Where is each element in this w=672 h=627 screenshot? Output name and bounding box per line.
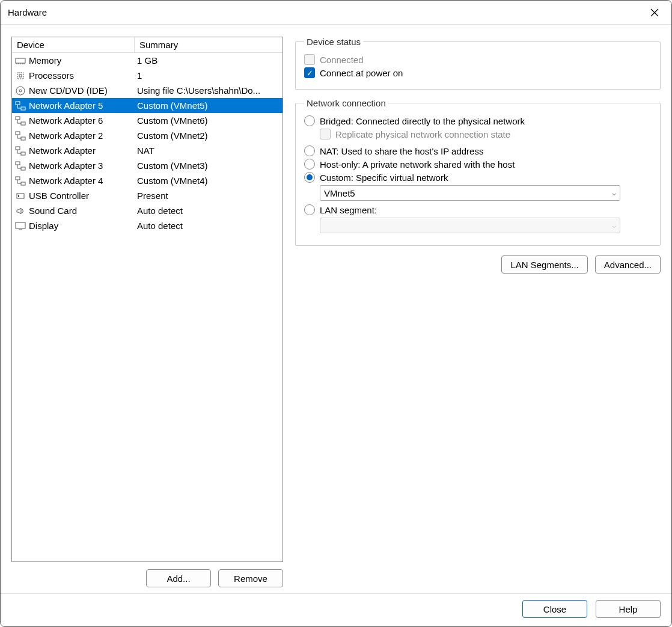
- table-row[interactable]: New CD/DVD (IDE)Using file C:\Users\shah…: [12, 83, 283, 98]
- device-summary: Using file C:\Users\shahn\Do...: [135, 85, 283, 96]
- device-name: Memory: [29, 55, 61, 66]
- device-summary: Present: [135, 191, 283, 201]
- sound-icon: [14, 205, 26, 217]
- device-name: Network Adapter: [29, 145, 96, 156]
- device-summary: NAT: [135, 145, 283, 156]
- advanced-button[interactable]: Advanced...: [595, 255, 661, 274]
- device-summary: 1: [135, 70, 283, 81]
- left-buttons: Add... Remove: [11, 569, 283, 587]
- svg-rect-12: [16, 102, 20, 105]
- replicate-checkbox: [320, 129, 331, 139]
- hostonly-radio-row[interactable]: Host-only: A private network shared with…: [304, 159, 652, 170]
- device-table: Device Summary Memory1 GBProcessors1New …: [11, 37, 283, 562]
- lansegment-radio[interactable]: [304, 204, 315, 215]
- connected-checkbox: [304, 54, 315, 65]
- bridged-radio-row[interactable]: Bridged: Connected directly to the physi…: [304, 115, 652, 126]
- table-header: Device Summary: [12, 37, 283, 53]
- device-summary: Auto detect: [135, 206, 283, 216]
- connect-poweron-row[interactable]: ✓ Connect at power on: [304, 67, 652, 78]
- net-icon: [14, 130, 26, 142]
- connected-checkbox-row: Connected: [304, 54, 652, 65]
- device-summary: Custom (VMnet5): [135, 100, 283, 111]
- close-icon: [650, 8, 659, 17]
- disc-icon: [14, 85, 26, 97]
- lan-segments-button[interactable]: LAN Segments...: [501, 255, 587, 274]
- svg-rect-2: [16, 58, 25, 63]
- device-name: Network Adapter 2: [29, 130, 103, 141]
- nat-radio-row[interactable]: NAT: Used to share the host's IP address: [304, 145, 652, 156]
- device-name: Display: [29, 221, 58, 231]
- device-name: Network Adapter 5: [29, 100, 103, 111]
- connect-poweron-checkbox[interactable]: ✓: [304, 67, 315, 78]
- window-title: Hardware: [8, 7, 645, 17]
- lansegment-radio-row[interactable]: LAN segment:: [304, 204, 652, 215]
- header-device[interactable]: Device: [12, 37, 135, 52]
- device-name: Network Adapter 4: [29, 176, 103, 186]
- svg-rect-16: [16, 132, 20, 135]
- table-row[interactable]: Network Adapter 6Custom (VMnet6): [12, 113, 283, 128]
- svg-rect-21: [21, 167, 25, 170]
- svg-rect-26: [16, 222, 25, 228]
- table-row[interactable]: Network AdapterNAT: [12, 143, 283, 158]
- custom-label: Custom: Specific virtual network: [320, 173, 448, 183]
- svg-rect-19: [21, 152, 25, 155]
- connected-label: Connected: [320, 55, 364, 65]
- close-dialog-button[interactable]: Close: [522, 600, 587, 618]
- custom-radio-row[interactable]: Custom: Specific virtual network: [304, 172, 652, 183]
- table-row[interactable]: Memory1 GB: [12, 53, 283, 68]
- net-icon: [14, 115, 26, 127]
- header-summary[interactable]: Summary: [135, 37, 283, 52]
- add-button[interactable]: Add...: [146, 569, 211, 587]
- device-status-group: Device status Connected ✓ Connect at pow…: [295, 37, 661, 90]
- memory-icon: [14, 55, 26, 67]
- svg-rect-18: [16, 147, 20, 150]
- cpu-icon: [14, 70, 26, 82]
- content-area: Device Summary Memory1 GBProcessors1New …: [1, 25, 671, 593]
- help-button[interactable]: Help: [596, 600, 661, 618]
- bridged-radio[interactable]: [304, 115, 315, 126]
- usb-icon: [14, 190, 26, 202]
- table-row[interactable]: Network Adapter 4Custom (VMnet4): [12, 173, 283, 188]
- nat-radio[interactable]: [304, 145, 315, 156]
- net-icon: [14, 100, 26, 112]
- device-name: Processors: [29, 70, 74, 81]
- table-row[interactable]: Network Adapter 3Custom (VMnet3): [12, 158, 283, 173]
- table-row[interactable]: Processors1: [12, 68, 283, 83]
- table-row[interactable]: DisplayAuto detect: [12, 218, 283, 233]
- device-name: USB Controller: [29, 191, 89, 201]
- svg-rect-17: [21, 137, 25, 140]
- right-buttons: LAN Segments... Advanced...: [295, 255, 661, 274]
- chevron-down-icon: ⌵: [612, 221, 616, 230]
- net-icon: [14, 160, 26, 172]
- lansegment-label: LAN segment:: [320, 205, 377, 215]
- table-row[interactable]: Network Adapter 5Custom (VMnet5): [12, 98, 283, 113]
- chevron-down-icon: ⌵: [612, 189, 616, 197]
- custom-radio[interactable]: [304, 172, 315, 183]
- hardware-window: Hardware Device Summary Memory1 GBProces…: [0, 0, 672, 627]
- hostonly-label: Host-only: A private network shared with…: [320, 159, 515, 170]
- network-connection-group: Network connection Bridged: Connected di…: [295, 98, 661, 246]
- replicate-row: Replicate physical network connection st…: [320, 129, 652, 139]
- replicate-label: Replicate physical network connection st…: [335, 129, 510, 139]
- table-row[interactable]: Sound CardAuto detect: [12, 203, 283, 218]
- device-status-legend: Device status: [304, 37, 363, 47]
- display-icon: [14, 220, 26, 232]
- table-row[interactable]: USB ControllerPresent: [12, 188, 283, 203]
- hostonly-radio[interactable]: [304, 159, 315, 170]
- remove-button[interactable]: Remove: [218, 569, 283, 587]
- svg-rect-23: [21, 182, 25, 185]
- close-button[interactable]: [645, 3, 664, 22]
- svg-point-11: [19, 90, 22, 92]
- svg-rect-25: [18, 195, 19, 197]
- custom-select-wrap: VMnet5 ⌵: [320, 185, 652, 201]
- network-connection-legend: Network connection: [304, 98, 388, 108]
- svg-rect-15: [21, 122, 25, 125]
- nat-label: NAT: Used to share the host's IP address: [320, 146, 483, 156]
- device-summary: Custom (VMnet6): [135, 115, 283, 126]
- table-row[interactable]: Network Adapter 2Custom (VMnet2): [12, 128, 283, 143]
- device-name: Network Adapter 6: [29, 115, 103, 126]
- custom-vmnet-select[interactable]: VMnet5 ⌵: [320, 185, 620, 201]
- device-summary: Custom (VMnet3): [135, 161, 283, 171]
- svg-rect-24: [17, 194, 24, 198]
- net-icon: [14, 175, 26, 187]
